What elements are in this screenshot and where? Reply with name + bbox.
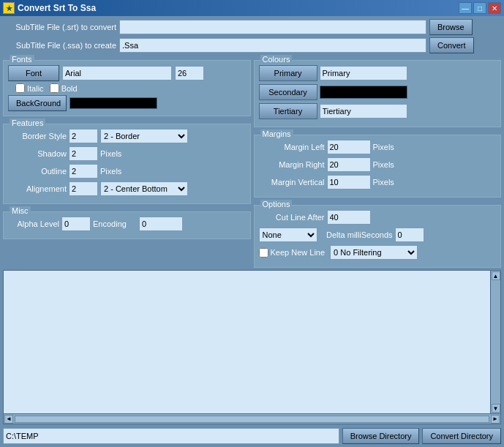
shadow-pixels: Pixels xyxy=(100,149,121,158)
cut-line-row: Cut Line After xyxy=(259,210,497,225)
tertiary-button[interactable]: Tiertiary xyxy=(259,103,317,119)
srt-row: SubTitle File (.srt) to convert Browse xyxy=(3,19,501,35)
margin-vertical-row: Margin Vertical Pixels xyxy=(259,175,497,189)
outline-label: Outline xyxy=(8,167,67,176)
fonts-group: Fonts Font Italic Bold xyxy=(3,60,251,116)
margin-vertical-input[interactable] xyxy=(327,175,371,189)
text-area-container: ▲ ▼ ◄ ► xyxy=(3,270,501,424)
window-title: Convert Srt To Ssa xyxy=(18,3,459,13)
border-style-input[interactable] xyxy=(69,129,98,143)
alignement-select[interactable]: 2 - Center Bottom 1 - Left Bottom 3 - Ri… xyxy=(100,181,188,196)
convert-button[interactable]: Convert xyxy=(429,37,474,53)
encoding-input[interactable] xyxy=(139,217,183,231)
margin-vertical-label: Margin Vertical xyxy=(259,178,325,187)
options-group: Options Cut Line After None Delta milliS… xyxy=(254,205,502,268)
margin-vertical-pixels: Pixels xyxy=(373,178,394,187)
keep-new-line-row: Keep New Line 0 No Filtering xyxy=(259,245,497,260)
title-bar: ★ Convert Srt To Ssa — □ ✕ xyxy=(0,0,504,16)
italic-checkbox-label[interactable]: Italic xyxy=(15,83,44,93)
tertiary-input[interactable] xyxy=(320,104,407,119)
background-color-box xyxy=(69,97,157,109)
convert-directory-button[interactable]: Convert Directory xyxy=(422,428,501,444)
filter-select[interactable]: 0 No Filtering xyxy=(330,245,418,260)
font-name-input[interactable] xyxy=(62,66,172,80)
border-style-label: Border Style xyxy=(8,132,67,140)
font-size-input[interactable] xyxy=(175,66,204,80)
scroll-left-arrow[interactable]: ◄ xyxy=(4,415,13,424)
vertical-scrollbar[interactable]: ▲ ▼ xyxy=(490,271,500,413)
app-icon: ★ xyxy=(3,2,15,14)
keep-new-line-checkbox[interactable] xyxy=(259,248,268,258)
secondary-row: Secondary xyxy=(259,84,497,100)
margin-left-pixels: Pixels xyxy=(373,143,394,151)
italic-checkbox[interactable] xyxy=(15,83,25,93)
shadow-input[interactable] xyxy=(69,146,98,161)
alignement-row: Alignement 2 - Center Bottom 1 - Left Bo… xyxy=(8,181,246,196)
horizontal-scrollbar[interactable]: ◄ ► xyxy=(3,414,501,424)
outline-pixels: Pixels xyxy=(100,167,121,176)
srt-label: SubTitle File (.srt) to convert xyxy=(3,23,116,31)
encoding-label: Encoding xyxy=(93,219,137,228)
margin-left-label: Margin Left xyxy=(259,143,325,151)
secondary-button[interactable]: Secondary xyxy=(259,84,317,100)
font-button[interactable]: Font xyxy=(8,65,59,81)
features-group-label: Features xyxy=(10,119,45,127)
path-input[interactable] xyxy=(3,428,339,444)
alignement-label: Alignement xyxy=(8,184,67,193)
alpha-input[interactable] xyxy=(61,217,91,231)
scroll-thumb-h[interactable] xyxy=(15,416,489,423)
bold-checkbox[interactable] xyxy=(50,83,59,93)
misc-group: Misc Alpha Level Encoding xyxy=(3,211,251,239)
close-button[interactable]: ✕ xyxy=(488,2,501,14)
primary-input[interactable] xyxy=(320,66,407,80)
secondary-color-display xyxy=(320,86,407,99)
options-group-label: Options xyxy=(260,200,293,209)
none-select[interactable]: None xyxy=(259,228,317,242)
alignement-input[interactable] xyxy=(69,181,98,196)
srt-input[interactable] xyxy=(119,20,426,34)
scroll-right-arrow[interactable]: ► xyxy=(491,415,500,424)
cut-line-label: Cut Line After xyxy=(259,213,325,222)
browse-directory-button[interactable]: Browse Directory xyxy=(342,428,420,444)
ssa-row: SubTitle File (.ssa) to create Convert xyxy=(3,37,501,53)
browse-button[interactable]: Browse xyxy=(429,19,473,35)
scroll-down-arrow[interactable]: ▼ xyxy=(492,404,500,413)
minimize-button[interactable]: — xyxy=(459,2,472,14)
none-delta-row: None Delta milliSeconds xyxy=(259,228,497,242)
background-button[interactable]: BackGround xyxy=(8,95,67,111)
misc-row: Alpha Level Encoding xyxy=(8,217,246,231)
keep-new-line-checkbox-label[interactable]: Keep New Line xyxy=(259,248,326,258)
cut-line-input[interactable] xyxy=(327,210,371,225)
scroll-up-arrow[interactable]: ▲ xyxy=(492,271,500,280)
margin-right-input[interactable] xyxy=(327,157,371,172)
output-textarea[interactable] xyxy=(4,271,490,413)
margin-right-row: Margin Right Pixels xyxy=(259,157,497,172)
primary-row: Primary xyxy=(259,65,497,81)
window-controls: — □ ✕ xyxy=(459,2,501,14)
margin-left-row: Margin Left Pixels xyxy=(259,140,497,154)
tertiary-row: Tiertiary xyxy=(259,103,497,119)
main-content: SubTitle File (.srt) to convert Browse S… xyxy=(0,16,504,447)
maximize-button[interactable]: □ xyxy=(473,2,486,14)
delta-input[interactable] xyxy=(395,228,424,242)
ssa-input[interactable] xyxy=(119,38,426,53)
primary-button[interactable]: Primary xyxy=(259,65,317,81)
border-style-select[interactable]: 2 - Border 1 - Shadow 0 - No Box xyxy=(100,129,188,143)
fonts-group-label: Fonts xyxy=(10,55,34,64)
bold-checkbox-label[interactable]: Bold xyxy=(50,83,78,93)
ssa-label: SubTitle File (.ssa) to create xyxy=(3,41,116,50)
margin-right-label: Margin Right xyxy=(259,160,325,169)
margins-group: Margins Margin Left Pixels Margin Right … xyxy=(254,135,502,198)
colours-group: Colours Primary Secondary Tiertiary xyxy=(254,60,502,127)
alpha-label: Alpha Level xyxy=(8,219,59,228)
colours-group-label: Colours xyxy=(260,55,293,64)
margin-left-input[interactable] xyxy=(327,140,371,154)
shadow-row: Shadow Pixels xyxy=(8,146,246,161)
shadow-label: Shadow xyxy=(8,149,67,158)
features-group: Features Border Style 2 - Border 1 - Sha… xyxy=(3,124,251,204)
misc-group-label: Misc xyxy=(10,206,31,215)
bottom-bar: Browse Directory Convert Directory xyxy=(3,428,501,444)
outline-input[interactable] xyxy=(69,164,98,179)
outline-row: Outline Pixels xyxy=(8,164,246,179)
border-style-row: Border Style 2 - Border 1 - Shadow 0 - N… xyxy=(8,129,246,143)
